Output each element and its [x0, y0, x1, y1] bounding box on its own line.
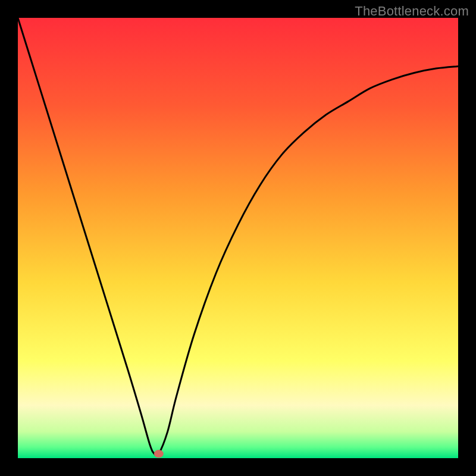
optimal-point-marker [154, 450, 164, 458]
chart-svg [18, 18, 458, 458]
gradient-background [18, 18, 458, 458]
chart-frame: TheBottleneck.com [0, 0, 476, 476]
watermark-text: TheBottleneck.com [355, 4, 469, 19]
plot-region [18, 18, 458, 458]
